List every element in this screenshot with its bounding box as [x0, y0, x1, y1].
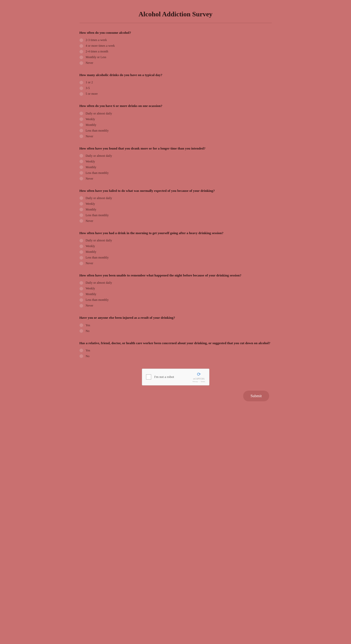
option-label-q4-1: Weekly [86, 160, 95, 164]
question-block-q6: How often have you had a drink in the mo… [80, 231, 272, 265]
option-row-q3-3[interactable]: Less than monthly [80, 129, 272, 133]
radio-q4-4[interactable] [80, 177, 83, 180]
option-row-q5-3[interactable]: Less than monthly [80, 213, 272, 217]
option-row-q9-1[interactable]: No [80, 354, 272, 358]
option-row-q3-4[interactable]: Never [80, 134, 272, 138]
radio-q3-3[interactable] [80, 129, 83, 132]
option-label-q8-1: No [86, 329, 90, 333]
radio-q5-4[interactable] [80, 219, 83, 223]
captcha-checkbox[interactable] [146, 374, 151, 379]
radio-q1-2[interactable] [80, 50, 83, 53]
option-row-q5-2[interactable]: Monthly [80, 208, 272, 212]
option-row-q4-1[interactable]: Weekly [80, 160, 272, 164]
option-row-q7-1[interactable]: Weekly [80, 287, 272, 290]
option-row-q7-2[interactable]: Monthly [80, 292, 272, 296]
radio-q5-1[interactable] [80, 202, 83, 206]
option-row-q1-2[interactable]: 2-4 times a month [80, 50, 272, 53]
questions-container: How often do you consume alcohol?2-3 tim… [80, 30, 272, 358]
radio-q2-1[interactable] [80, 86, 83, 90]
radio-q3-4[interactable] [80, 134, 83, 138]
option-row-q3-0[interactable]: Daily or almost daily [80, 112, 272, 116]
option-row-q6-2[interactable]: Monthly [80, 250, 272, 254]
option-row-q7-4[interactable]: Never [80, 304, 272, 308]
radio-q2-2[interactable] [80, 92, 83, 96]
radio-q7-3[interactable] [80, 298, 83, 302]
radio-q1-4[interactable] [80, 61, 83, 65]
option-row-q2-1[interactable]: 3-5 [80, 86, 272, 90]
option-row-q4-2[interactable]: Monthly [80, 165, 272, 169]
radio-q5-3[interactable] [80, 213, 83, 217]
radio-q3-0[interactable] [80, 112, 83, 115]
option-row-q7-3[interactable]: Less than monthly [80, 298, 272, 302]
option-row-q9-0[interactable]: Yes [80, 349, 272, 352]
option-row-q8-0[interactable]: Yes [80, 323, 272, 327]
radio-q7-1[interactable] [80, 287, 83, 290]
option-label-q2-0: 1 or 2 [86, 80, 93, 84]
radio-q4-2[interactable] [80, 165, 83, 169]
option-row-q4-3[interactable]: Less than monthly [80, 171, 272, 175]
option-row-q5-0[interactable]: Daily or almost daily [80, 196, 272, 200]
option-label-q1-1: 4 or more times a week [86, 44, 115, 48]
radio-q4-3[interactable] [80, 171, 83, 175]
radio-q6-2[interactable] [80, 250, 83, 254]
radio-q5-2[interactable] [80, 208, 83, 211]
option-label-q6-2: Monthly [86, 250, 96, 254]
option-row-q1-0[interactable]: 2-3 times a week [80, 38, 272, 42]
option-row-q6-1[interactable]: Weekly [80, 244, 272, 248]
option-row-q6-3[interactable]: Less than monthly [80, 256, 272, 260]
question-block-q4: How often have you found that you drank … [80, 146, 272, 181]
question-text-q1: How often do you consume alcohol? [80, 30, 272, 35]
radio-q2-0[interactable] [80, 81, 83, 84]
option-row-q3-2[interactable]: Monthly [80, 123, 272, 127]
radio-q8-1[interactable] [80, 329, 83, 333]
option-label-q4-0: Daily or almost daily [86, 154, 112, 158]
captcha-terms: Terms [201, 381, 205, 383]
radio-q7-0[interactable] [80, 281, 83, 285]
option-row-q1-3[interactable]: Monthly or Less [80, 55, 272, 59]
option-row-q7-0[interactable]: Daily or almost daily [80, 281, 272, 285]
option-row-q1-1[interactable]: 4 or more times a week [80, 44, 272, 48]
question-text-q9: Has a relative, friend, doctor, or healt… [80, 341, 272, 345]
option-label-q3-2: Monthly [86, 123, 96, 127]
radio-q3-2[interactable] [80, 123, 83, 127]
question-block-q9: Has a relative, friend, doctor, or healt… [80, 341, 272, 358]
submit-button[interactable]: Submit [243, 391, 269, 401]
radio-q6-3[interactable] [80, 256, 83, 260]
radio-q1-3[interactable] [80, 56, 83, 59]
option-row-q6-4[interactable]: Never [80, 261, 272, 265]
radio-q4-1[interactable] [80, 160, 83, 163]
option-label-q7-4: Never [86, 304, 93, 308]
question-text-q3: How often do you have 6 or more drinks o… [80, 104, 272, 108]
option-label-q5-4: Never [86, 219, 93, 223]
radio-q4-0[interactable] [80, 154, 83, 158]
option-row-q1-4[interactable]: Never [80, 61, 272, 65]
option-row-q8-1[interactable]: No [80, 329, 272, 333]
page-title: Alcohol Addiction Survey [80, 5, 272, 23]
option-row-q2-2[interactable]: 5 or more [80, 92, 272, 96]
option-row-q3-1[interactable]: Weekly [80, 117, 272, 121]
radio-q7-2[interactable] [80, 293, 83, 296]
radio-q9-1[interactable] [80, 354, 83, 358]
radio-q3-1[interactable] [80, 117, 83, 121]
question-block-q8: Have you or anyone else been injured as … [80, 315, 272, 333]
option-row-q6-0[interactable]: Daily or almost daily [80, 239, 272, 242]
option-row-q2-0[interactable]: 1 or 2 [80, 80, 272, 84]
question-text-q8: Have you or anyone else been injured as … [80, 315, 272, 320]
radio-q8-0[interactable] [80, 323, 83, 327]
radio-q1-1[interactable] [80, 44, 83, 48]
option-label-q3-0: Daily or almost daily [86, 112, 112, 116]
recaptcha-icon: ⟳ [197, 371, 201, 377]
radio-q5-0[interactable] [80, 196, 83, 200]
radio-q6-4[interactable] [80, 262, 83, 265]
radio-q9-0[interactable] [80, 349, 83, 352]
option-row-q4-4[interactable]: Never [80, 177, 272, 181]
radio-q6-1[interactable] [80, 245, 83, 248]
option-label-q4-3: Less than monthly [86, 171, 109, 175]
radio-q1-0[interactable] [80, 38, 83, 42]
radio-q7-4[interactable] [80, 304, 83, 308]
option-row-q5-1[interactable]: Weekly [80, 202, 272, 206]
radio-q6-0[interactable] [80, 239, 83, 242]
captcha-box[interactable]: I'm not a robot ⟳ reCAPTCHA Privacy - Te… [142, 369, 209, 385]
option-row-q4-0[interactable]: Daily or almost daily [80, 154, 272, 158]
option-row-q5-4[interactable]: Never [80, 219, 272, 223]
